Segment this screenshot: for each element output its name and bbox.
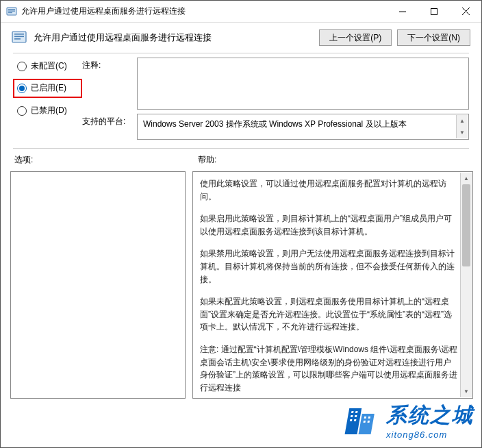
svg-rect-10 [14, 36, 24, 38]
policy-icon [6, 6, 17, 17]
previous-setting-button[interactable]: 上一个设置(P) [319, 29, 392, 46]
help-text: 使用此策略设置，可以通过使用远程桌面服务配置对计算机的远程访问。 如果启用此策略… [193, 172, 472, 398]
radio-not-configured[interactable]: 未配置(C) [17, 60, 82, 72]
scrollbar[interactable]: ▲ ▼ [456, 115, 468, 138]
brand-logo-icon [344, 401, 382, 440]
dialog-window: 允许用户通过使用远程桌面服务进行远程连接 允许用户通过使用远程桌面服务进行远程连… [0, 0, 482, 448]
help-paragraph: 注意: 通过配置“计算机配置\管理模板\Windows 组件\远程桌面服务\远程… [200, 343, 457, 394]
help-label: 帮助: [198, 154, 216, 166]
svg-rect-23 [368, 421, 370, 423]
svg-rect-16 [351, 415, 353, 417]
brand-url: xitong86.com [386, 430, 474, 440]
options-label: 选项: [14, 154, 198, 166]
prev-btn-label: 上一个设置(P) [329, 32, 381, 44]
svg-rect-17 [355, 415, 357, 417]
radio-dot-icon [17, 62, 27, 71]
settings-grid: 未配置(C) 已启用(E) 已禁用(D) 注释: 支持的平台: Windows … [1, 53, 481, 145]
svg-rect-20 [364, 416, 367, 419]
svg-rect-13 [359, 414, 375, 434]
svg-rect-22 [364, 421, 366, 423]
svg-rect-21 [368, 416, 371, 419]
titlebar-title: 允许用户通过使用远程桌面服务进行远程连接 [21, 5, 387, 17]
radio-label: 未配置(C) [31, 60, 67, 72]
radio-label: 已启用(E) [31, 82, 66, 94]
radio-dot-icon [17, 84, 27, 93]
radio-enabled[interactable]: 已启用(E) [17, 82, 77, 94]
radio-disabled[interactable]: 已禁用(D) [17, 105, 82, 116]
svg-rect-14 [351, 411, 354, 413]
scroll-down-icon[interactable]: ▼ [457, 127, 468, 138]
watermark: 系统之城 xitong86.com [344, 401, 474, 440]
scroll-up-icon[interactable]: ▲ [461, 173, 472, 184]
platform-label: 支持的平台: [82, 114, 137, 127]
maximize-button[interactable] [418, 1, 450, 22]
policy-icon-large [12, 30, 27, 45]
radio-label: 已禁用(D) [31, 105, 67, 116]
brand-name: 系统之城 [386, 403, 474, 426]
help-paragraph: 如果启用此策略设置，则目标计算机上的“远程桌面用户”组成员用户可以使用远程桌面服… [200, 212, 457, 238]
next-btn-label: 下一个设置(N) [407, 32, 460, 44]
dialog-title: 允许用户通过使用远程桌面服务进行远程连接 [34, 32, 319, 44]
help-paragraph: 如果未配置此策略设置，则远程桌面服务使用目标计算机上的“远程桌面”设置来确定是否… [200, 295, 457, 334]
svg-rect-9 [14, 34, 24, 35]
platform-text: Windows Server 2003 操作系统或 Windows XP Pro… [143, 119, 407, 129]
scroll-down-icon[interactable]: ▼ [461, 386, 472, 397]
minimize-button[interactable] [387, 1, 418, 22]
svg-rect-15 [355, 411, 358, 413]
svg-rect-3 [8, 12, 12, 13]
scroll-thumb[interactable] [462, 184, 470, 266]
header: 允许用户通过使用远程桌面服务进行远程连接 上一个设置(P) 下一个设置(N) [1, 23, 481, 53]
next-setting-button[interactable]: 下一个设置(N) [397, 29, 470, 46]
svg-rect-1 [8, 9, 15, 10]
help-paragraph: 如果禁用此策略设置，则用户无法使用远程桌面服务远程连接到目标计算机。目标计算机将… [200, 247, 457, 286]
help-paragraph: 使用此策略设置，可以通过使用远程桌面服务配置对计算机的远程访问。 [200, 177, 457, 203]
svg-rect-5 [431, 8, 437, 14]
state-radio-group: 未配置(C) 已启用(E) 已禁用(D) [17, 58, 82, 116]
comment-textarea[interactable] [137, 58, 469, 110]
comment-label: 注释: [82, 58, 137, 71]
svg-rect-19 [354, 419, 357, 421]
svg-rect-11 [14, 38, 21, 40]
svg-rect-2 [8, 10, 15, 11]
scroll-track[interactable] [461, 266, 472, 386]
scrollbar[interactable]: ▲ ▼ [460, 173, 472, 397]
scroll-up-icon[interactable]: ▲ [457, 115, 468, 127]
svg-rect-18 [350, 419, 353, 421]
radio-dot-icon [17, 106, 27, 116]
help-pane: 使用此策略设置，可以通过使用远程桌面服务配置对计算机的远程访问。 如果启用此策略… [192, 171, 473, 399]
supported-platform-box: Windows Server 2003 操作系统或 Windows XP Pro… [137, 114, 469, 140]
close-button[interactable] [450, 1, 481, 22]
panes: 使用此策略设置，可以通过使用远程桌面服务配置对计算机的远程访问。 如果启用此策略… [1, 171, 481, 399]
options-pane [10, 171, 186, 399]
pane-headers: 选项: 帮助: [1, 149, 481, 171]
titlebar: 允许用户通过使用远程桌面服务进行远程连接 [1, 1, 481, 23]
